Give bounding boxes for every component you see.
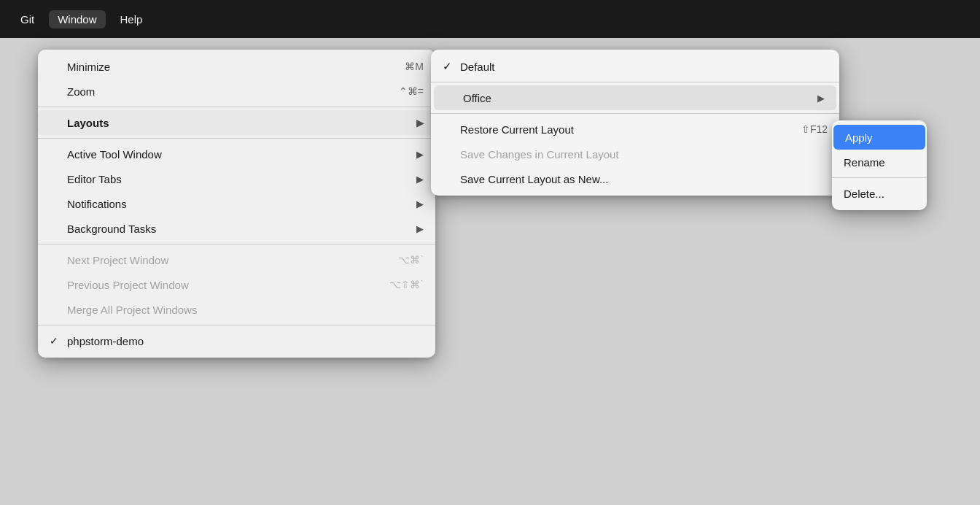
separator-1 bbox=[38, 107, 435, 107]
layouts-item-save-changes[interactable]: Save Changes in Current Layout bbox=[431, 142, 839, 166]
office-item-delete[interactable]: Delete... bbox=[832, 181, 927, 206]
separator-3 bbox=[38, 244, 435, 244]
menu-item-active-tool-window[interactable]: Active Tool Window ▶ bbox=[38, 142, 435, 166]
separator-2 bbox=[38, 138, 435, 139]
office-separator-1 bbox=[832, 177, 927, 178]
menu-item-minimize[interactable]: Minimize ⌘M bbox=[38, 54, 435, 79]
layouts-separator-2 bbox=[431, 113, 839, 114]
menu-item-zoom[interactable]: Zoom ⌃⌘= bbox=[38, 79, 435, 104]
layouts-separator-1 bbox=[431, 82, 839, 82]
menu-item-notifications[interactable]: Notifications ▶ bbox=[38, 191, 435, 216]
office-item-apply[interactable]: Apply bbox=[833, 125, 925, 150]
active-tool-arrow-icon: ▶ bbox=[416, 149, 424, 160]
menubar-item-help[interactable]: Help bbox=[112, 10, 152, 28]
layouts-item-default[interactable]: ✓ Default bbox=[431, 54, 839, 79]
layouts-item-office[interactable]: Office ▶ bbox=[434, 85, 836, 110]
office-submenu: Apply Rename Delete... bbox=[832, 120, 927, 210]
menu-item-background-tasks[interactable]: Background Tasks ▶ bbox=[38, 216, 435, 241]
layouts-item-restore[interactable]: Restore Current Layout ⇧F12 bbox=[431, 117, 839, 142]
menu-item-merge-windows[interactable]: Merge All Project Windows bbox=[38, 297, 435, 322]
editor-tabs-arrow-icon: ▶ bbox=[416, 174, 424, 185]
menubar-item-git[interactable]: Git bbox=[12, 10, 43, 28]
layouts-arrow-icon: ▶ bbox=[416, 117, 424, 128]
menubar: Git Window Help bbox=[0, 0, 980, 38]
separator-4 bbox=[38, 325, 435, 325]
menubar-item-window[interactable]: Window bbox=[49, 10, 105, 28]
menu-item-editor-tabs[interactable]: Editor Tabs ▶ bbox=[38, 166, 435, 191]
background-tasks-arrow-icon: ▶ bbox=[416, 223, 424, 234]
window-menu: Minimize ⌘M Zoom ⌃⌘= Layouts ▶ Active To… bbox=[38, 50, 435, 358]
office-item-rename[interactable]: Rename bbox=[832, 150, 927, 174]
layouts-submenu: ✓ Default Office ▶ Restore Current Layou… bbox=[431, 50, 839, 196]
notifications-arrow-icon: ▶ bbox=[416, 198, 424, 209]
menu-item-layouts[interactable]: Layouts ▶ bbox=[38, 110, 435, 135]
menu-item-next-project[interactable]: Next Project Window ⌥⌘` bbox=[38, 247, 435, 272]
menu-item-prev-project[interactable]: Previous Project Window ⌥⇧⌘` bbox=[38, 272, 435, 297]
menu-item-phpstorm-demo[interactable]: ✓ phpstorm-demo bbox=[38, 328, 435, 353]
office-arrow-icon: ▶ bbox=[817, 93, 825, 104]
layouts-item-save-new[interactable]: Save Current Layout as New... bbox=[431, 166, 839, 191]
